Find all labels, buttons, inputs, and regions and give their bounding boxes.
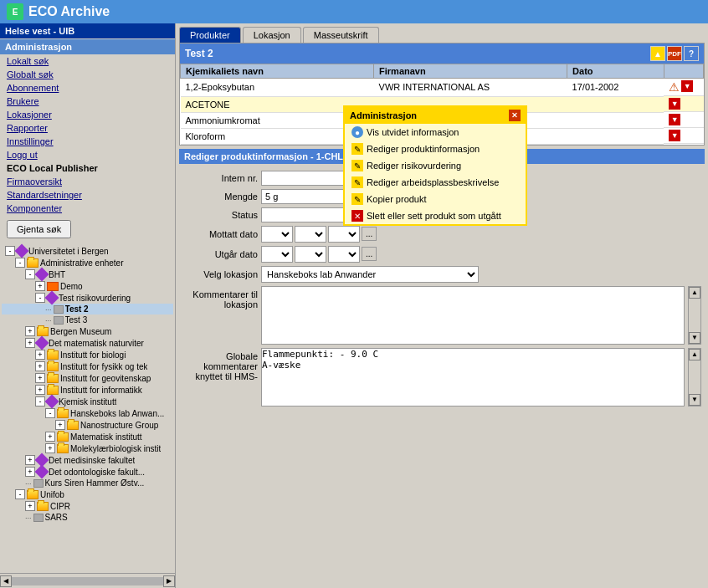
tree-node-mol[interactable]: + Molekylærbiologisk instit xyxy=(2,442,173,454)
sidebar-item-standardsetninger[interactable]: Standardsetninger xyxy=(0,188,175,202)
tree-toggle-demo[interactable]: + xyxy=(35,281,45,291)
arrow-down-2[interactable]: ▼ xyxy=(669,98,680,110)
sidebar-item-logg-ut[interactable]: Logg ut xyxy=(0,148,175,161)
app-header: E ECO Archive xyxy=(0,0,708,23)
kommentarer-container xyxy=(261,286,685,345)
btn-help[interactable]: ? xyxy=(684,46,699,61)
tree-toggle-risiko[interactable]: - xyxy=(35,293,45,303)
scroll-down-glob[interactable]: ▼ xyxy=(689,394,700,406)
tree-node-matnat[interactable]: + Det matematisk naturviter xyxy=(2,337,173,349)
utgar-day[interactable] xyxy=(261,246,293,263)
tree-node-bergen-museum[interactable]: + Bergen Museum xyxy=(2,325,173,337)
scroll-up-glob[interactable]: ▲ xyxy=(689,349,700,360)
sidebar-item-firmaoversikt[interactable]: Firmaoversikt xyxy=(0,175,175,188)
utgar-calendar-btn[interactable]: ... xyxy=(362,247,377,261)
tree-node-cipr[interactable]: + CIPR xyxy=(2,500,173,512)
tree-label-medisinsk: Det medisinske fakultet xyxy=(49,456,135,465)
arrow-down-4[interactable]: ▼ xyxy=(669,130,680,141)
scroll-left-btn[interactable]: ◀ xyxy=(0,575,12,587)
tree-toggle-cipr[interactable]: + xyxy=(25,501,35,511)
tree-toggle-admin[interactable]: - xyxy=(15,258,25,268)
tree-node-hanskeboks[interactable]: - Hanskeboks lab Anwan... xyxy=(2,407,173,419)
scroll-down-komm[interactable]: ▼ xyxy=(689,332,700,344)
tree-node-kurs[interactable]: ··· Kurs Siren Hammer Østv... xyxy=(2,478,173,488)
globale-vscroll[interactable]: ▲ ▼ xyxy=(688,348,701,406)
tree-node-admin-enheter[interactable]: - Administrative enheter xyxy=(2,257,173,268)
tree-label-test3: Test 3 xyxy=(65,315,88,325)
tree-node-nano[interactable]: + Nanostructure Group xyxy=(2,419,173,431)
tree-node-demo[interactable]: + Demo xyxy=(2,280,173,292)
tree-node-uib[interactable]: - Universitetet i Bergen xyxy=(2,245,173,257)
tree-toggle-unifob[interactable]: - xyxy=(15,489,25,499)
tree-toggle-biologi[interactable]: + xyxy=(35,350,45,360)
hscroll-track[interactable] xyxy=(12,577,163,585)
btn-pdf[interactable]: PDF xyxy=(667,46,682,61)
tree-toggle-bht[interactable]: - xyxy=(25,269,35,279)
lokasjon-select[interactable]: Hanskeboks lab Anwander xyxy=(261,266,479,283)
tab-lokasjon[interactable]: Lokasjon xyxy=(243,27,301,43)
tree-node-fysikk[interactable]: + Institutt for fysikk og tek xyxy=(2,360,173,372)
arrow-down-1[interactable]: ▼ xyxy=(681,80,693,92)
tree-toggle-informatikk[interactable]: + xyxy=(35,385,45,395)
sidebar-item-komponenter[interactable]: Komponenter xyxy=(0,202,175,215)
kommentarer-vscroll[interactable]: ▲ ▼ xyxy=(688,286,701,345)
tree-node-odont[interactable]: + Det odontologiske fakult... xyxy=(2,466,173,478)
sidebar-section-header: Administrasjon xyxy=(0,39,175,54)
tree-node-unifob[interactable]: - Unifob xyxy=(2,488,173,500)
utgar-year[interactable] xyxy=(328,246,360,263)
mottatt-day[interactable] xyxy=(261,226,293,243)
sidebar-item-abonnement[interactable]: Abonnement xyxy=(0,81,175,95)
tree-toggle-fysikk[interactable]: + xyxy=(35,361,45,371)
scroll-up-komm[interactable]: ▲ xyxy=(689,287,700,299)
gjenta-sok-button[interactable]: Gjenta søk xyxy=(7,220,71,238)
sidebar-item-innstillinger[interactable]: Innstillinger xyxy=(0,135,175,148)
mottatt-month[interactable] xyxy=(295,226,326,243)
cm-item-rediger-arb[interactable]: ✎ Rediger arbeidsplassbeskrivelse xyxy=(345,174,526,191)
context-menu-close[interactable]: ✕ xyxy=(509,110,521,121)
tree-toggle-hanskeboks[interactable]: - xyxy=(45,408,55,418)
tree-node-mat-inst[interactable]: + Matematisk institutt xyxy=(2,431,173,442)
tree-node-medisinsk[interactable]: + Det medisinske fakultet xyxy=(2,454,173,466)
sidebar-item-brukere[interactable]: Brukere xyxy=(0,95,175,108)
sidebar-hscroll[interactable]: ◀ ▶ xyxy=(0,573,175,588)
tree-toggle-kjemisk[interactable]: - xyxy=(35,396,45,406)
tree-toggle-matnat[interactable]: + xyxy=(25,338,35,348)
mottatt-year[interactable] xyxy=(328,226,360,243)
cm-item-kopier[interactable]: ✎ Kopier produkt xyxy=(345,191,526,207)
cm-item-rediger-risiko[interactable]: ✎ Rediger risikovurdering xyxy=(345,157,526,174)
tree-toggle-uib[interactable]: - xyxy=(5,246,15,256)
tab-masseutskrift[interactable]: Masseutskrift xyxy=(303,27,379,43)
tree-toggle-mol[interactable]: + xyxy=(45,443,55,453)
tree-toggle-nano[interactable]: + xyxy=(55,420,65,430)
btn-up[interactable]: ▲ xyxy=(650,46,665,61)
tree-toggle-geo[interactable]: + xyxy=(35,373,45,383)
tree-node-informatikk[interactable]: + Institutt for informatikk xyxy=(2,384,173,396)
tree-node-test-risiko[interactable]: - Test risikovurdering xyxy=(2,292,173,304)
cm-item-slett[interactable]: ✕ Slett eller sett produkt som utgått xyxy=(345,207,526,224)
tree-node-biologi[interactable]: + Institutt for biologi xyxy=(2,349,173,360)
tree-node-kjemisk[interactable]: - Kjemisk institutt xyxy=(2,396,173,407)
tree-node-geo[interactable]: + Institutt for geovitenskap xyxy=(2,372,173,384)
tree-toggle-bergen[interactable]: + xyxy=(25,326,35,336)
arrow-down-3[interactable]: ▼ xyxy=(669,114,680,125)
mottatt-calendar-btn[interactable]: ... xyxy=(362,227,377,241)
sidebar-item-lokalt-sok[interactable]: Lokalt søk xyxy=(0,54,175,68)
tree-node-bht[interactable]: - BHT xyxy=(2,268,173,280)
sidebar-item-lokasjoner[interactable]: Lokasjoner xyxy=(0,108,175,121)
textarea-globale[interactable]: Flammepunkti: - 9.0 C A-væske xyxy=(261,348,685,406)
tree-toggle-medisinsk[interactable]: + xyxy=(25,455,35,465)
scroll-right-btn[interactable]: ▶ xyxy=(163,575,175,587)
sidebar-item-rapporter[interactable]: Rapporter xyxy=(0,121,175,135)
sidebar-item-globalt-sok[interactable]: Globalt søk xyxy=(0,68,175,81)
tree-toggle-odont[interactable]: + xyxy=(25,467,35,477)
utgar-month[interactable] xyxy=(295,246,326,263)
tree-toggle-mat-inst[interactable]: + xyxy=(45,432,55,442)
cm-item-vis[interactable]: ● Vis utvidet informasjon xyxy=(345,124,526,141)
cm-item-rediger-prod[interactable]: ✎ Rediger produktinformasjon xyxy=(345,141,526,157)
textarea-kommentarer[interactable] xyxy=(261,286,685,345)
tree-node-test2[interactable]: ··· Test 2 xyxy=(2,304,173,314)
table-row[interactable]: 1,2-Epoksybutan VWR INTERNATIONAL AS 17/… xyxy=(181,79,704,97)
tree-node-sars[interactable]: ··· SARS xyxy=(2,512,173,523)
tab-produkter[interactable]: Produkter xyxy=(179,27,241,43)
tree-node-test3[interactable]: ··· Test 3 xyxy=(2,314,173,325)
